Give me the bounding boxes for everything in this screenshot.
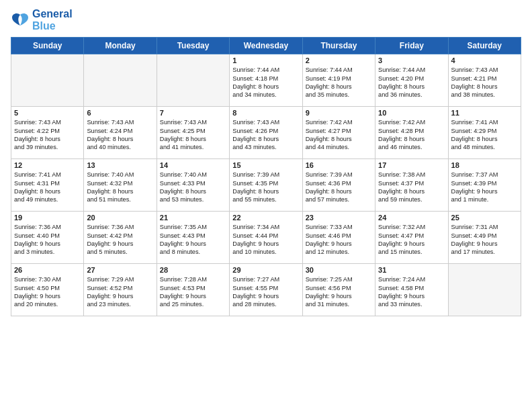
logo-icon <box>11 12 30 28</box>
day-info: Sunrise: 7:42 AMSunset: 4:27 PMDaylight:… <box>306 118 372 152</box>
day-number: 14 <box>160 161 226 169</box>
calendar-cell: 23Sunrise: 7:33 AMSunset: 4:46 PMDayligh… <box>302 212 375 264</box>
calendar-cell: 4Sunrise: 7:43 AMSunset: 4:21 PMDaylight… <box>448 54 521 107</box>
day-number: 6 <box>87 109 153 117</box>
day-number: 12 <box>14 161 81 169</box>
calendar-cell: 21Sunrise: 7:35 AMSunset: 4:43 PMDayligh… <box>157 212 229 264</box>
calendar-cell: 8Sunrise: 7:43 AMSunset: 4:26 PMDaylight… <box>230 107 302 159</box>
day-number: 10 <box>378 109 445 117</box>
calendar-cell: 16Sunrise: 7:39 AMSunset: 4:36 PMDayligh… <box>302 159 375 212</box>
day-info: Sunrise: 7:33 AMSunset: 4:46 PMDaylight:… <box>306 223 372 257</box>
calendar-cell: 12Sunrise: 7:41 AMSunset: 4:31 PMDayligh… <box>11 159 84 212</box>
calendar-cell: 15Sunrise: 7:39 AMSunset: 4:35 PMDayligh… <box>230 159 302 212</box>
day-info: Sunrise: 7:25 AMSunset: 4:56 PMDaylight:… <box>306 275 372 309</box>
weekday-header-wednesday: Wednesday <box>230 38 302 54</box>
calendar-cell: 6Sunrise: 7:43 AMSunset: 4:24 PMDaylight… <box>84 107 157 159</box>
day-number: 18 <box>451 161 518 169</box>
day-info: Sunrise: 7:44 AMSunset: 4:19 PMDaylight:… <box>306 66 372 99</box>
calendar-cell <box>448 264 521 316</box>
weekday-header-saturday: Saturday <box>448 38 521 54</box>
day-info: Sunrise: 7:28 AMSunset: 4:53 PMDaylight:… <box>160 275 226 309</box>
day-number: 16 <box>306 161 372 169</box>
calendar-cell: 13Sunrise: 7:40 AMSunset: 4:32 PMDayligh… <box>84 159 157 212</box>
logo: General Blue <box>11 8 73 32</box>
header: General Blue <box>11 8 521 32</box>
calendar-cell: 18Sunrise: 7:37 AMSunset: 4:39 PMDayligh… <box>448 159 521 212</box>
calendar-cell: 27Sunrise: 7:29 AMSunset: 4:52 PMDayligh… <box>84 264 157 316</box>
day-info: Sunrise: 7:43 AMSunset: 4:24 PMDaylight:… <box>87 118 153 152</box>
day-info: Sunrise: 7:42 AMSunset: 4:28 PMDaylight:… <box>378 118 445 152</box>
day-number: 3 <box>378 56 445 64</box>
day-number: 11 <box>451 109 518 117</box>
day-info: Sunrise: 7:44 AMSunset: 4:18 PMDaylight:… <box>232 66 299 99</box>
calendar-cell <box>11 54 84 107</box>
day-number: 2 <box>306 56 372 64</box>
day-info: Sunrise: 7:43 AMSunset: 4:21 PMDaylight:… <box>451 66 518 99</box>
calendar-week-5: 26Sunrise: 7:30 AMSunset: 4:50 PMDayligh… <box>11 264 521 316</box>
calendar-cell: 19Sunrise: 7:36 AMSunset: 4:40 PMDayligh… <box>11 212 84 264</box>
calendar-cell: 10Sunrise: 7:42 AMSunset: 4:28 PMDayligh… <box>375 107 448 159</box>
calendar-table: SundayMondayTuesdayWednesdayThursdayFrid… <box>11 37 521 316</box>
calendar-cell: 24Sunrise: 7:32 AMSunset: 4:47 PMDayligh… <box>375 212 448 264</box>
day-number: 26 <box>14 266 81 274</box>
calendar-cell: 3Sunrise: 7:44 AMSunset: 4:20 PMDaylight… <box>375 54 448 107</box>
calendar-cell: 28Sunrise: 7:28 AMSunset: 4:53 PMDayligh… <box>157 264 229 316</box>
day-info: Sunrise: 7:37 AMSunset: 4:39 PMDaylight:… <box>451 171 518 204</box>
day-number: 29 <box>232 266 299 274</box>
day-number: 30 <box>306 266 372 274</box>
logo-text: General Blue <box>32 8 73 32</box>
day-info: Sunrise: 7:40 AMSunset: 4:33 PMDaylight:… <box>160 171 226 204</box>
page: General Blue SundayMondayTuesdayWednesda… <box>0 0 532 411</box>
day-number: 21 <box>160 214 226 222</box>
day-number: 1 <box>232 56 299 64</box>
calendar-cell: 17Sunrise: 7:38 AMSunset: 4:37 PMDayligh… <box>375 159 448 212</box>
calendar-week-4: 19Sunrise: 7:36 AMSunset: 4:40 PMDayligh… <box>11 212 521 264</box>
day-info: Sunrise: 7:35 AMSunset: 4:43 PMDaylight:… <box>160 223 226 257</box>
day-info: Sunrise: 7:43 AMSunset: 4:25 PMDaylight:… <box>160 118 226 152</box>
calendar-cell: 22Sunrise: 7:34 AMSunset: 4:44 PMDayligh… <box>230 212 302 264</box>
day-number: 20 <box>87 214 153 222</box>
day-info: Sunrise: 7:36 AMSunset: 4:42 PMDaylight:… <box>87 223 153 257</box>
day-info: Sunrise: 7:43 AMSunset: 4:26 PMDaylight:… <box>232 118 299 152</box>
calendar-cell: 25Sunrise: 7:31 AMSunset: 4:49 PMDayligh… <box>448 212 521 264</box>
weekday-header-row: SundayMondayTuesdayWednesdayThursdayFrid… <box>11 38 521 54</box>
day-info: Sunrise: 7:27 AMSunset: 4:55 PMDaylight:… <box>232 275 299 309</box>
calendar-cell: 30Sunrise: 7:25 AMSunset: 4:56 PMDayligh… <box>302 264 375 316</box>
day-info: Sunrise: 7:36 AMSunset: 4:40 PMDaylight:… <box>14 223 81 257</box>
calendar-cell: 9Sunrise: 7:42 AMSunset: 4:27 PMDaylight… <box>302 107 375 159</box>
day-number: 27 <box>87 266 153 274</box>
day-info: Sunrise: 7:43 AMSunset: 4:22 PMDaylight:… <box>14 118 81 152</box>
calendar-week-2: 5Sunrise: 7:43 AMSunset: 4:22 PMDaylight… <box>11 107 521 159</box>
day-number: 22 <box>232 214 299 222</box>
day-info: Sunrise: 7:41 AMSunset: 4:31 PMDaylight:… <box>14 171 81 204</box>
day-number: 23 <box>306 214 372 222</box>
day-info: Sunrise: 7:39 AMSunset: 4:35 PMDaylight:… <box>232 171 299 204</box>
calendar-cell: 11Sunrise: 7:41 AMSunset: 4:29 PMDayligh… <box>448 107 521 159</box>
day-number: 9 <box>306 109 372 117</box>
calendar-cell: 5Sunrise: 7:43 AMSunset: 4:22 PMDaylight… <box>11 107 84 159</box>
calendar-cell: 31Sunrise: 7:24 AMSunset: 4:58 PMDayligh… <box>375 264 448 316</box>
weekday-header-tuesday: Tuesday <box>157 38 229 54</box>
weekday-header-sunday: Sunday <box>11 38 84 54</box>
day-number: 5 <box>14 109 81 117</box>
weekday-header-thursday: Thursday <box>302 38 375 54</box>
day-info: Sunrise: 7:39 AMSunset: 4:36 PMDaylight:… <box>306 171 372 204</box>
day-info: Sunrise: 7:40 AMSunset: 4:32 PMDaylight:… <box>87 171 153 204</box>
day-info: Sunrise: 7:30 AMSunset: 4:50 PMDaylight:… <box>14 275 81 309</box>
calendar-cell: 26Sunrise: 7:30 AMSunset: 4:50 PMDayligh… <box>11 264 84 316</box>
day-info: Sunrise: 7:34 AMSunset: 4:44 PMDaylight:… <box>232 223 299 257</box>
day-number: 4 <box>451 56 518 64</box>
day-number: 8 <box>232 109 299 117</box>
day-info: Sunrise: 7:31 AMSunset: 4:49 PMDaylight:… <box>451 223 518 257</box>
calendar-cell: 1Sunrise: 7:44 AMSunset: 4:18 PMDaylight… <box>230 54 302 107</box>
weekday-header-friday: Friday <box>375 38 448 54</box>
day-info: Sunrise: 7:44 AMSunset: 4:20 PMDaylight:… <box>378 66 445 99</box>
day-info: Sunrise: 7:32 AMSunset: 4:47 PMDaylight:… <box>378 223 445 257</box>
calendar-week-1: 1Sunrise: 7:44 AMSunset: 4:18 PMDaylight… <box>11 54 521 107</box>
day-info: Sunrise: 7:41 AMSunset: 4:29 PMDaylight:… <box>451 118 518 152</box>
calendar-cell <box>157 54 229 107</box>
calendar-cell: 7Sunrise: 7:43 AMSunset: 4:25 PMDaylight… <box>157 107 229 159</box>
day-info: Sunrise: 7:29 AMSunset: 4:52 PMDaylight:… <box>87 275 153 309</box>
day-number: 28 <box>160 266 226 274</box>
day-info: Sunrise: 7:38 AMSunset: 4:37 PMDaylight:… <box>378 171 445 204</box>
